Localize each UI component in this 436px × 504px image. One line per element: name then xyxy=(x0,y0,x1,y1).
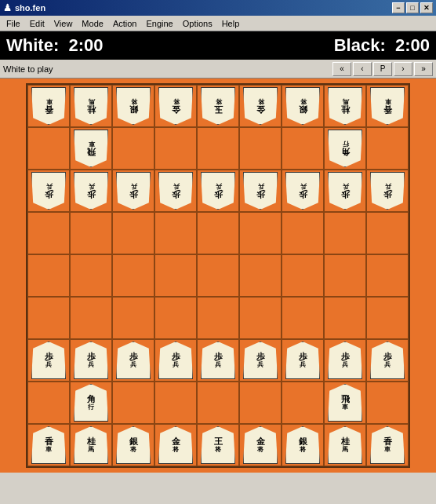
cell-4-5[interactable] xyxy=(239,254,282,297)
cell-1-7[interactable]: 角行 xyxy=(324,127,366,170)
cell-1-5[interactable] xyxy=(239,127,282,170)
cell-3-3[interactable] xyxy=(154,212,197,254)
cell-1-6[interactable] xyxy=(282,127,324,170)
cell-4-3[interactable] xyxy=(154,254,197,297)
cell-3-7[interactable] xyxy=(324,212,366,254)
cell-8-1[interactable]: 桂馬 xyxy=(70,424,112,466)
cell-0-4[interactable]: 玉将 xyxy=(197,85,239,127)
nav-next[interactable]: › xyxy=(394,62,412,76)
menu-help[interactable]: Help xyxy=(217,17,245,30)
cell-8-8[interactable]: 香車 xyxy=(366,424,409,466)
cell-5-0[interactable] xyxy=(27,297,70,339)
cell-5-6[interactable] xyxy=(282,297,324,339)
cell-6-1[interactable]: 歩兵 xyxy=(70,339,112,382)
cell-4-0[interactable] xyxy=(27,254,70,297)
cell-0-0[interactable]: 香車 xyxy=(27,85,70,127)
cell-5-5[interactable] xyxy=(239,297,282,339)
cell-0-6[interactable]: 銀将 xyxy=(282,85,324,127)
cell-7-6[interactable] xyxy=(282,382,324,424)
nav-first[interactable]: « xyxy=(332,62,351,76)
title-bar: ♟ sho.fen − □ ✕ xyxy=(0,0,436,16)
cell-7-5[interactable] xyxy=(239,382,282,424)
cell-5-1[interactable] xyxy=(70,297,112,339)
app-title: sho.fen xyxy=(15,3,45,13)
cell-4-6[interactable] xyxy=(282,254,324,297)
cell-6-2[interactable]: 歩兵 xyxy=(112,339,154,382)
cell-8-6[interactable]: 銀将 xyxy=(282,424,324,466)
cell-4-8[interactable] xyxy=(366,254,409,297)
cell-8-0[interactable]: 香車 xyxy=(27,424,70,466)
cell-3-4[interactable] xyxy=(197,212,239,254)
cell-2-5[interactable]: 歩兵 xyxy=(239,170,282,212)
cell-2-4[interactable]: 歩兵 xyxy=(197,170,239,212)
cell-1-2[interactable] xyxy=(112,127,154,170)
cell-2-7[interactable]: 歩兵 xyxy=(324,170,366,212)
cell-8-3[interactable]: 金将 xyxy=(154,424,197,466)
cell-1-0[interactable] xyxy=(27,127,70,170)
cell-6-0[interactable]: 歩兵 xyxy=(27,339,70,382)
cell-1-3[interactable] xyxy=(154,127,197,170)
cell-3-5[interactable] xyxy=(239,212,282,254)
cell-5-3[interactable] xyxy=(154,297,197,339)
cell-5-4[interactable] xyxy=(197,297,239,339)
cell-0-5[interactable]: 金将 xyxy=(239,85,282,127)
menu-file[interactable]: File xyxy=(2,17,25,30)
cell-6-5[interactable]: 歩兵 xyxy=(239,339,282,382)
cell-6-6[interactable]: 歩兵 xyxy=(282,339,324,382)
cell-7-3[interactable] xyxy=(154,382,197,424)
cell-4-1[interactable] xyxy=(70,254,112,297)
minimize-button[interactable]: − xyxy=(392,2,405,13)
cell-0-7[interactable]: 桂馬 xyxy=(324,85,366,127)
cell-8-5[interactable]: 金将 xyxy=(239,424,282,466)
close-button[interactable]: ✕ xyxy=(420,2,433,13)
cell-7-8[interactable] xyxy=(366,382,409,424)
nav-position[interactable]: P xyxy=(373,62,392,76)
cell-8-4[interactable]: 王将 xyxy=(197,424,239,466)
menu-mode[interactable]: Mode xyxy=(77,17,108,30)
cell-5-7[interactable] xyxy=(324,297,366,339)
cell-3-8[interactable] xyxy=(366,212,409,254)
cell-7-1[interactable]: 角行 xyxy=(70,382,112,424)
cell-4-2[interactable] xyxy=(112,254,154,297)
menu-view[interactable]: View xyxy=(49,17,78,30)
cell-0-8[interactable]: 香車 xyxy=(366,85,409,127)
cell-2-0[interactable]: 歩兵 xyxy=(27,170,70,212)
cell-5-8[interactable] xyxy=(366,297,409,339)
cell-1-4[interactable] xyxy=(197,127,239,170)
cell-4-7[interactable] xyxy=(324,254,366,297)
cell-6-7[interactable]: 歩兵 xyxy=(324,339,366,382)
cell-7-2[interactable] xyxy=(112,382,154,424)
menu-action[interactable]: Action xyxy=(108,17,142,30)
nav-prev[interactable]: ‹ xyxy=(353,62,372,76)
nav-last[interactable]: » xyxy=(414,62,433,76)
cell-0-2[interactable]: 銀将 xyxy=(112,85,154,127)
cell-2-1[interactable]: 歩兵 xyxy=(70,170,112,212)
cell-1-1[interactable]: 飛車 xyxy=(70,127,112,170)
restore-button[interactable]: □ xyxy=(406,2,419,13)
cell-2-2[interactable]: 歩兵 xyxy=(112,170,154,212)
cell-5-2[interactable] xyxy=(112,297,154,339)
cell-8-7[interactable]: 桂馬 xyxy=(324,424,366,466)
cell-6-8[interactable]: 歩兵 xyxy=(366,339,409,382)
cell-7-0[interactable] xyxy=(27,382,70,424)
cell-3-1[interactable] xyxy=(70,212,112,254)
cell-3-6[interactable] xyxy=(282,212,324,254)
cell-2-3[interactable]: 歩兵 xyxy=(154,170,197,212)
cell-6-4[interactable]: 歩兵 xyxy=(197,339,239,382)
cell-0-3[interactable]: 金将 xyxy=(154,85,197,127)
menu-options[interactable]: Options xyxy=(178,17,217,30)
cell-6-3[interactable]: 歩兵 xyxy=(154,339,197,382)
cell-2-8[interactable]: 歩兵 xyxy=(366,170,409,212)
cell-4-4[interactable] xyxy=(197,254,239,297)
menu-engine[interactable]: Engine xyxy=(141,17,177,30)
cell-7-7[interactable]: 飛車 xyxy=(324,382,366,424)
cell-3-2[interactable] xyxy=(112,212,154,254)
cell-1-8[interactable] xyxy=(366,127,409,170)
cell-7-4[interactable] xyxy=(197,382,239,424)
cell-3-0[interactable] xyxy=(27,212,70,254)
cell-2-6[interactable]: 歩兵 xyxy=(282,170,324,212)
menu-edit[interactable]: Edit xyxy=(25,17,49,30)
cell-8-2[interactable]: 銀将 xyxy=(112,424,154,466)
shogi-board[interactable]: 香車桂馬銀将金将玉将金将銀将桂馬香車飛車角行歩兵歩兵歩兵歩兵歩兵歩兵歩兵歩兵歩兵… xyxy=(26,83,410,468)
cell-0-1[interactable]: 桂馬 xyxy=(70,85,112,127)
